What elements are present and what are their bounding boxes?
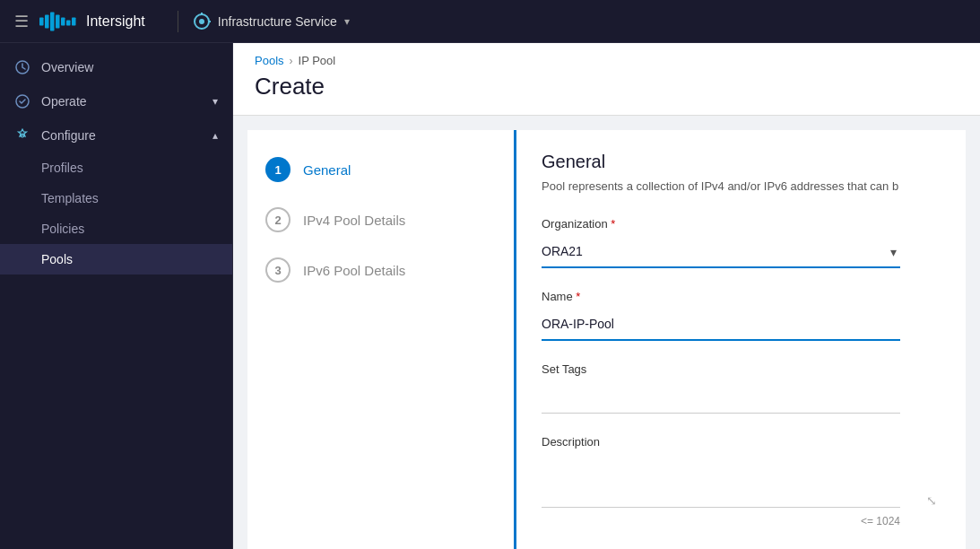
breadcrumb-separator: › [290,55,293,67]
overview-icon [14,59,30,75]
hamburger-icon[interactable]: ☰ [14,12,29,31]
step-1[interactable]: 1 General [247,144,514,195]
step-3-number: 3 [265,257,291,283]
form-panel: General Pool represents a collection of … [516,130,966,549]
service-icon [193,13,211,30]
description-counter: <= 1024 [542,515,900,527]
tags-input[interactable] [542,381,900,414]
description-textarea[interactable] [542,454,900,508]
operate-icon [14,93,30,109]
configure-label: Configure [41,128,96,143]
sidebar-item-templates[interactable]: Templates [0,183,232,214]
step-2-number: 2 [265,207,291,232]
configure-section-left: Configure [14,127,96,144]
svg-rect-1 [45,14,49,28]
operate-label: Operate [41,94,87,109]
content-area: Pools › IP Pool Create 1 General 2 [233,43,980,549]
service-label: Infrastructure Service [218,14,337,29]
overview-label: Overview [41,60,93,74]
breadcrumb-current: IP Pool [299,54,336,67]
step-1-label: General [303,162,351,178]
svg-rect-6 [72,17,76,25]
svg-rect-2 [50,12,55,30]
main-layout: Overview Operate ▾ Configure ▴ [0,43,980,549]
topbar: ☰ Intersight Infrastructure Service ▾ [0,0,980,43]
breadcrumb: Pools › IP Pool [255,54,958,67]
organization-select-wrapper: ORA21 ▾ [542,236,900,268]
svg-rect-5 [66,20,71,25]
page-title: Create [255,73,958,100]
tags-field: Set Tags [542,362,941,414]
form-layout: 1 General 2 IPv4 Pool Details 3 IPv6 Poo… [233,116,980,549]
description-textarea-wrapper: ⤡ [542,454,941,511]
description-label: Description [542,435,941,449]
svg-point-8 [199,19,204,24]
tags-label: Set Tags [542,362,941,376]
sidebar-item-policies[interactable]: Policies [0,214,232,244]
service-selector[interactable]: Infrastructure Service ▾ [193,13,350,30]
breadcrumb-pools[interactable]: Pools [255,54,284,67]
step-1-number: 1 [265,157,291,182]
organization-field: Organization * ORA21 ▾ [542,217,941,268]
name-required: * [576,290,580,303]
configure-icon [14,127,30,144]
svg-rect-4 [61,17,65,25]
form-section-title: General [542,152,941,172]
svg-rect-3 [56,14,60,28]
organization-required: * [611,217,615,231]
service-chevron-icon: ▾ [344,15,350,28]
sidebar-item-overview[interactable]: Overview [0,50,232,84]
operate-section-left: Operate [14,93,87,109]
sidebar-section-operate[interactable]: Operate ▾ [0,84,232,118]
form-section-desc: Pool represents a collection of IPv4 and… [542,178,941,196]
textarea-resize-icon: ⤡ [926,493,937,508]
organization-label: Organization * [542,217,941,231]
page-header: Pools › IP Pool Create [233,43,980,116]
sidebar-section-configure[interactable]: Configure ▴ [0,118,232,152]
step-3[interactable]: 3 IPv6 Pool Details [247,245,514,295]
organization-select[interactable]: ORA21 [542,236,900,268]
steps-panel: 1 General 2 IPv4 Pool Details 3 IPv6 Poo… [247,130,516,549]
name-field: Name * [542,290,941,341]
svg-rect-0 [39,17,44,25]
cisco-logo-icon [39,9,77,34]
step-2-label: IPv4 Pool Details [303,213,405,228]
name-input[interactable] [542,309,900,341]
sidebar-item-profiles[interactable]: Profiles [0,152,232,183]
configure-chevron-icon: ▴ [212,129,218,142]
step-3-label: IPv6 Pool Details [303,263,405,278]
brand-label: Intersight [86,13,145,30]
description-field: Description ⤡ <= 1024 [542,435,941,527]
topbar-divider [178,11,178,32]
name-label: Name * [542,290,941,303]
operate-chevron-icon: ▾ [212,95,218,108]
sidebar-item-pools[interactable]: Pools [0,244,232,274]
sidebar: Overview Operate ▾ Configure ▴ [0,43,233,549]
logo-area: Intersight [39,9,145,34]
step-2[interactable]: 2 IPv4 Pool Details [247,195,514,245]
